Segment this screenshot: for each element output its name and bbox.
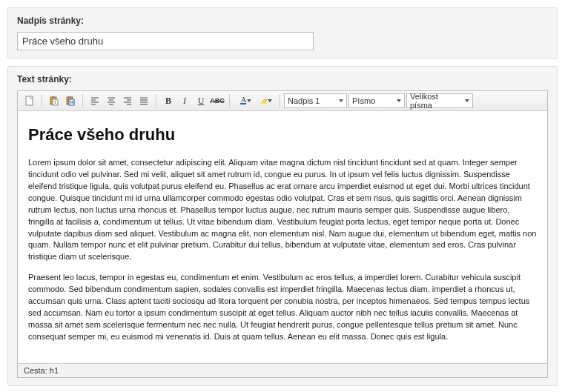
toolbar-separator [229,94,230,107]
font-select[interactable]: Písmo [348,93,405,108]
paste-word-icon[interactable]: W [63,93,78,108]
font-size-select-value: Velikost písma [410,92,459,110]
format-select[interactable]: Nadpis 1 [284,93,347,108]
svg-text:W: W [70,100,74,104]
text-label: Text stránky: [17,74,548,84]
align-center-icon[interactable] [104,93,119,108]
path-label: Cesta: [24,366,47,375]
editor-path-bar: Cesta: h1 [18,363,547,377]
editor-toolbar: T W B I U ABC [18,91,547,111]
paste-text-icon[interactable]: T [47,93,62,108]
svg-text:T: T [54,100,57,104]
title-label: Nadpis stránky: [17,16,548,26]
svg-rect-11 [261,103,267,104]
svg-text:A: A [241,96,247,104]
highlight-color-icon[interactable] [255,93,274,108]
svg-rect-6 [68,96,71,98]
toolbar-separator [156,94,156,107]
text-panel: Text stránky: T W [7,66,558,386]
content-heading: Práce všeho druhu [28,123,537,147]
svg-rect-10 [240,103,246,104]
rich-text-editor: T W B I U ABC [17,90,548,378]
svg-rect-2 [52,96,55,98]
strikethrough-icon[interactable]: ABC [210,93,225,108]
align-left-icon[interactable] [87,93,102,108]
title-panel: Nadpis stránky: [7,7,558,59]
content-paragraph: Praesent leo lacus, tempor in egestas eu… [28,272,537,343]
italic-icon[interactable]: I [177,93,192,108]
svg-rect-0 [26,96,33,105]
font-select-value: Písmo [352,96,375,105]
font-size-select[interactable]: Velikost písma [406,93,473,108]
toolbar-separator [42,94,42,107]
new-document-icon[interactable] [22,93,37,108]
underline-icon[interactable]: U [194,93,208,108]
toolbar-separator [82,94,83,107]
align-right-icon[interactable] [120,93,135,108]
text-color-icon[interactable]: A [234,93,254,108]
editor-content-area[interactable]: Práce všeho druhu Lorem ipsum dolor sit … [18,111,547,363]
align-justify-icon[interactable] [136,93,151,108]
bold-icon[interactable]: B [161,93,176,108]
title-input[interactable] [17,32,314,50]
toolbar-separator [279,94,280,107]
format-select-value: Nadpis 1 [288,96,320,105]
path-value[interactable]: h1 [50,366,59,375]
content-paragraph: Lorem ipsum dolor sit amet, consectetur … [28,157,537,263]
